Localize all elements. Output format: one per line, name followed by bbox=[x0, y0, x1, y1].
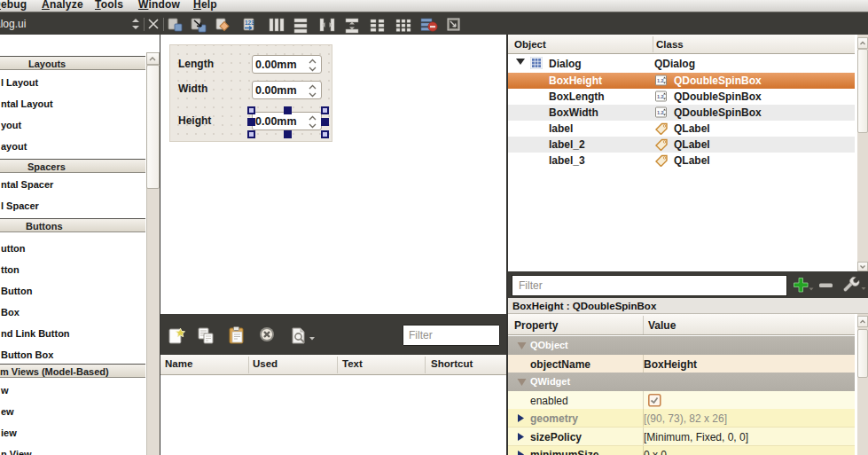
svg-text:1.2: 1.2 bbox=[657, 110, 664, 115]
svg-text:1.2: 1.2 bbox=[657, 94, 664, 99]
svg-text:1.2: 1.2 bbox=[657, 78, 664, 83]
svg-text:123: 123 bbox=[245, 20, 254, 26]
